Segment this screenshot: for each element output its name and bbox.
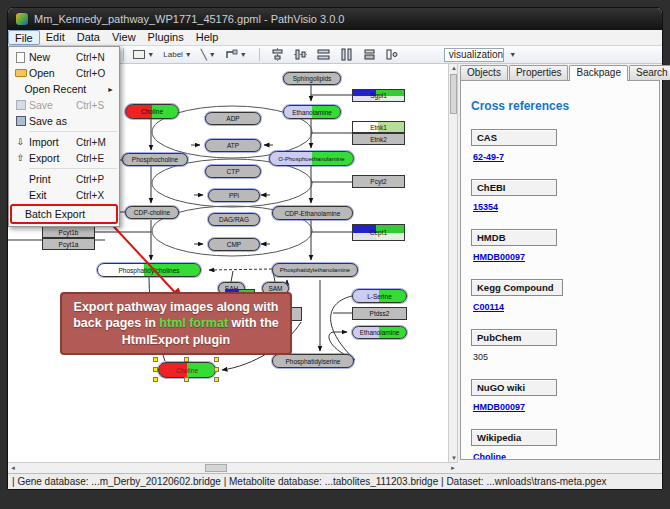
toolbar-separator: [259, 48, 260, 61]
submenu-arrow-icon: ►: [86, 86, 114, 93]
align-middle-icon: [294, 48, 307, 61]
tab-objects[interactable]: Objects: [460, 65, 508, 80]
menu-view[interactable]: View: [106, 30, 142, 45]
menu-bar: File Edit Data View Plugins Help: [8, 30, 662, 46]
menu-item-save-as[interactable]: Save as: [9, 113, 119, 129]
pathvisio-app-icon: [16, 13, 28, 25]
chevron-down-icon: ▼: [209, 51, 216, 58]
menu-item-import[interactable]: ⇩ Import Ctrl+M: [9, 134, 119, 150]
horizontal-scrollbar[interactable]: ◄ ►: [8, 462, 458, 473]
annotation-callout: Export pathway images along with back pa…: [60, 292, 292, 355]
sidebar: Objects Properties Backpage Search Legen…: [458, 64, 662, 462]
xref-section-cas: CAS 62-49-7: [471, 127, 659, 164]
scroll-right-icon[interactable]: ►: [450, 465, 456, 471]
sidebar-tabs: Objects Properties Backpage Search Legen…: [460, 65, 670, 81]
selection-handle[interactable]: [153, 377, 158, 382]
menu-item-export[interactable]: ⇧ Export Ctrl+E: [9, 150, 119, 166]
xref-link[interactable]: 62-49-7: [473, 152, 504, 162]
menu-data[interactable]: Data: [71, 30, 106, 45]
selection-handle[interactable]: [214, 377, 219, 382]
scroll-left-icon[interactable]: ◄: [10, 465, 16, 471]
line-tool-icon: ╲: [201, 49, 207, 60]
open-folder-icon: [12, 69, 29, 77]
xref-source-header: Kegg Compound: [471, 279, 563, 296]
visualization-value: visualization: [449, 49, 503, 60]
screen: Mm_Kennedy_pathway_WP1771_45176.gpml - P…: [0, 0, 670, 509]
import-icon: ⇩: [12, 138, 29, 147]
connector-tool-button[interactable]: ▼: [222, 47, 250, 62]
menu-item-print[interactable]: Print Ctrl+P: [9, 171, 119, 187]
file-menu: New Ctrl+N Open Ctrl+O Open Recent ► Sav…: [8, 46, 120, 227]
menu-separator: [29, 168, 117, 169]
tab-search[interactable]: Search: [629, 65, 670, 80]
scroll-up-icon[interactable]: ▲: [451, 65, 457, 71]
selection-handle[interactable]: [214, 357, 219, 362]
gene-tool-icon: [133, 50, 145, 59]
xref-link[interactable]: 15354: [473, 202, 498, 212]
xref-section-nugo: NuGO wiki HMDB00097: [471, 377, 659, 414]
xref-value: 305: [473, 352, 488, 362]
selection-handle[interactable]: [153, 367, 158, 372]
xref-link[interactable]: HMDB00097: [473, 402, 525, 412]
menu-edit[interactable]: Edit: [40, 30, 71, 45]
xref-link[interactable]: HMDB00097: [473, 252, 525, 262]
chevron-down-icon: ▼: [240, 51, 247, 58]
menu-separator: [29, 131, 117, 132]
xref-source-header: CAS: [471, 129, 557, 146]
layout-icon: [386, 49, 399, 60]
horizontal-scroll-thumb[interactable]: [205, 464, 227, 472]
distribute-vertical-icon: [340, 48, 353, 61]
xref-source-header: ChEBI: [471, 179, 557, 196]
xref-link[interactable]: Choline: [473, 452, 506, 460]
selection-handle[interactable]: [184, 377, 189, 382]
xref-link[interactable]: C00114: [473, 302, 504, 312]
menu-file[interactable]: File: [8, 30, 40, 45]
window-title: Mm_Kennedy_pathway_WP1771_45176.gpml - P…: [34, 13, 344, 25]
align-center-icon: [271, 48, 284, 61]
visualization-combobox[interactable]: visualization▼: [444, 48, 504, 62]
callout-highlight: html format: [159, 316, 228, 330]
selection-handle[interactable]: [184, 357, 189, 362]
menu-help[interactable]: Help: [190, 30, 225, 45]
cross-references-heading: Cross references: [471, 99, 659, 113]
save-as-icon: [12, 116, 29, 126]
menu-item-open-recent[interactable]: Open Recent ►: [9, 81, 119, 97]
gene-tool-button[interactable]: ▼: [130, 47, 157, 62]
align-center-button[interactable]: [271, 48, 284, 61]
menu-item-open[interactable]: Open Ctrl+O: [9, 65, 119, 81]
export-icon: ⇧: [12, 154, 29, 163]
stack-button[interactable]: [363, 49, 376, 60]
align-middle-button[interactable]: [294, 48, 307, 61]
tab-properties[interactable]: Properties: [509, 65, 569, 80]
menu-item-batch-export[interactable]: Batch Export: [9, 206, 119, 222]
menu-item-new[interactable]: New Ctrl+N: [9, 49, 119, 65]
layout-button[interactable]: [386, 49, 399, 60]
xref-section-pubchem: PubChem 305: [471, 327, 659, 364]
selection-handle[interactable]: [153, 357, 158, 362]
line-tool-button[interactable]: ╲▼: [198, 47, 219, 62]
title-bar[interactable]: Mm_Kennedy_pathway_WP1771_45176.gpml - P…: [8, 8, 662, 30]
menu-item-save[interactable]: Save Ctrl+S: [9, 97, 119, 113]
chevron-down-icon: ▼: [185, 51, 192, 58]
xref-section-hmdb: HMDB HMDB00097: [471, 227, 659, 264]
selection-handle[interactable]: [214, 367, 219, 372]
stack-icon: [363, 49, 376, 60]
distribute-vertical-button[interactable]: [340, 48, 353, 61]
chevron-down-icon: ▼: [503, 51, 516, 58]
distribute-horizontal-button[interactable]: [317, 48, 330, 61]
chevron-down-icon: ▼: [147, 51, 154, 58]
vertical-scroll-thumb[interactable]: [450, 74, 457, 114]
tab-backpage[interactable]: Backpage: [569, 65, 627, 81]
xref-section-chebi: ChEBI 15354: [471, 177, 659, 214]
xref-section-kegg: Kegg Compound C00114: [471, 277, 659, 314]
menu-plugins[interactable]: Plugins: [142, 30, 190, 45]
scroll-down-icon[interactable]: ▼: [451, 455, 457, 461]
vertical-scrollbar[interactable]: ▲ ▼: [448, 64, 458, 462]
xref-section-wikipedia: Wikipedia Choline: [471, 427, 659, 460]
connector-tool-icon: [225, 49, 238, 60]
xref-source-header: HMDB: [471, 229, 557, 246]
menu-item-exit[interactable]: Exit Ctrl+X: [9, 187, 119, 203]
label-tool-button[interactable]: Label▼: [160, 47, 195, 62]
status-bar: | Gene database: ...m_Derby_20120602.bri…: [8, 473, 662, 489]
xref-source-header: Wikipedia: [471, 429, 557, 446]
